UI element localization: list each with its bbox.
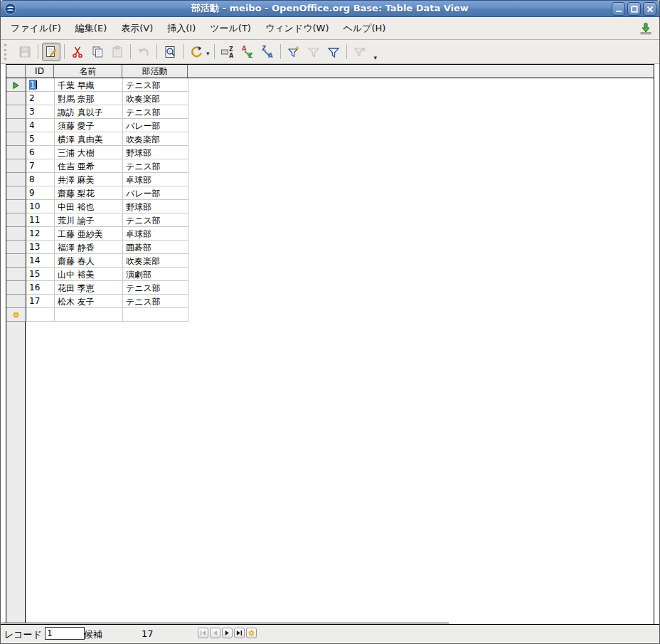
menu-edit[interactable]: 編集(E) <box>70 19 112 38</box>
menu-window[interactable]: ウィンドウ(W) <box>260 19 335 38</box>
menu-insert[interactable]: 挿入(I) <box>161 19 201 38</box>
cell-club[interactable]: テニス部 <box>123 281 188 295</box>
previous-record-button[interactable] <box>210 628 220 638</box>
cell-name[interactable]: 山中 裕美 <box>55 268 123 281</box>
sort-descending-button[interactable]: Z A <box>258 43 277 61</box>
row-header[interactable] <box>6 146 26 159</box>
row-header[interactable] <box>6 173 26 186</box>
corner-header-cell[interactable] <box>6 65 26 78</box>
cell-name[interactable]: 諏訪 真以子 <box>55 105 123 119</box>
column-header-id[interactable]: ID <box>26 65 54 78</box>
cell-club[interactable]: テニス部 <box>123 213 188 227</box>
new-record-row-header[interactable] <box>6 308 26 322</box>
row-header[interactable] <box>6 254 26 268</box>
row-header[interactable] <box>6 227 26 241</box>
row-header[interactable] <box>6 92 26 105</box>
row-header[interactable] <box>6 119 26 132</box>
cell-club[interactable]: 卓球部 <box>123 227 188 241</box>
new-record-cell[interactable] <box>123 308 188 322</box>
cut-button[interactable] <box>68 43 87 61</box>
standard-filter-button[interactable] <box>324 43 343 61</box>
refresh-dropdown-arrow-icon[interactable]: ▾ <box>206 50 210 57</box>
cell-club[interactable]: テニス部 <box>123 105 188 119</box>
row-header[interactable] <box>6 268 26 281</box>
cell-name[interactable]: 荒川 諭子 <box>55 213 123 227</box>
row-header[interactable] <box>6 132 26 146</box>
cell-club[interactable]: 野球部 <box>123 200 188 213</box>
cell-name[interactable]: 工藤 亜紗美 <box>55 227 123 241</box>
row-header[interactable] <box>6 78 26 92</box>
cell-name[interactable]: 花田 季恵 <box>55 281 123 295</box>
cell-name[interactable]: 住吉 亜希 <box>55 159 123 173</box>
undo-button[interactable] <box>134 43 153 61</box>
row-header[interactable] <box>6 281 26 295</box>
cell-club[interactable]: テニス部 <box>123 78 188 92</box>
cell-id[interactable]: 8 <box>26 173 55 186</box>
cell-club[interactable]: 吹奏楽部 <box>123 92 188 105</box>
cell-id[interactable]: 9 <box>26 186 55 200</box>
row-header[interactable] <box>6 295 26 308</box>
next-record-button[interactable] <box>222 628 233 638</box>
cell-name[interactable]: 千葉 早織 <box>55 78 123 92</box>
close-button[interactable] <box>643 2 656 16</box>
cell-club[interactable]: バレー部 <box>123 186 188 200</box>
cell-id[interactable]: 15 <box>26 268 55 281</box>
cell-club[interactable]: 吹奏楽部 <box>123 132 188 146</box>
cell-id[interactable]: 7 <box>26 159 55 173</box>
first-record-button[interactable] <box>198 628 208 638</box>
copy-button[interactable] <box>88 43 107 61</box>
maximize-button[interactable] <box>627 2 641 16</box>
cell-id[interactable]: 14 <box>26 254 55 268</box>
cell-name[interactable]: 横澤 真由美 <box>55 132 123 146</box>
cell-id[interactable]: 4 <box>26 119 55 132</box>
cell-id[interactable]: 5 <box>26 132 55 146</box>
cell-name[interactable]: 對馬 奈那 <box>55 92 123 105</box>
new-record-cell[interactable] <box>26 308 55 322</box>
cell-name[interactable]: 齋藤 春人 <box>55 254 123 268</box>
toolbar-overflow-arrow-icon[interactable]: ▾ <box>374 54 378 61</box>
sort-ascending-button[interactable]: A Z <box>238 43 257 61</box>
cell-club[interactable]: バレー部 <box>123 119 188 132</box>
cell-id[interactable]: 13 <box>26 241 55 254</box>
minimize-button[interactable] <box>612 2 625 16</box>
cell-id[interactable]: 11 <box>26 213 55 227</box>
new-record-button[interactable] <box>246 628 257 638</box>
cell-name[interactable]: 松木 友子 <box>55 295 123 308</box>
find-record-button[interactable] <box>161 43 179 61</box>
cell-id[interactable]: 3 <box>26 105 55 119</box>
cell-club[interactable]: 卓球部 <box>123 173 188 186</box>
menu-help[interactable]: ヘルプ(H) <box>337 19 391 38</box>
column-header-club[interactable]: 部活動 <box>122 65 188 78</box>
row-header[interactable] <box>6 159 26 173</box>
cell-club[interactable]: 演劇部 <box>123 268 188 281</box>
cell-club[interactable]: 吹奏楽部 <box>123 254 188 268</box>
new-record-row[interactable] <box>6 308 188 322</box>
cell-club[interactable]: 囲碁部 <box>123 241 188 254</box>
record-number-input[interactable] <box>45 627 85 640</box>
menu-tools[interactable]: ツール(T) <box>204 19 257 38</box>
cell-id[interactable]: 6 <box>26 146 55 159</box>
row-header[interactable] <box>6 186 26 200</box>
auto-filter-button[interactable] <box>284 43 303 61</box>
cell-name[interactable]: 井澤 麻美 <box>55 173 123 186</box>
row-header[interactable] <box>6 241 26 254</box>
cell-club[interactable]: テニス部 <box>123 159 188 173</box>
update-download-icon[interactable] <box>639 22 652 38</box>
paste-button[interactable] <box>108 43 127 61</box>
cell-name[interactable]: 中田 裕也 <box>55 200 123 213</box>
column-header-name[interactable]: 名前 <box>54 65 122 78</box>
menu-view[interactable]: 表示(V) <box>115 19 159 38</box>
cell-name[interactable]: 三浦 大樹 <box>55 146 123 159</box>
remove-filter-button[interactable] <box>351 43 369 61</box>
toolbar-grip[interactable] <box>4 44 12 60</box>
cell-club[interactable]: 野球部 <box>123 146 188 159</box>
menu-file[interactable]: ファイル(F) <box>5 19 67 38</box>
row-header[interactable] <box>6 213 26 227</box>
cell-id[interactable]: 10 <box>26 200 55 213</box>
cell-club[interactable]: テニス部 <box>123 295 188 308</box>
cell-id[interactable]: 1 <box>26 78 55 92</box>
cell-id[interactable]: 16 <box>26 281 55 295</box>
edit-data-button[interactable] <box>42 43 60 61</box>
cell-name[interactable]: 須藤 愛子 <box>55 119 123 132</box>
refresh-button[interactable] <box>187 43 206 61</box>
